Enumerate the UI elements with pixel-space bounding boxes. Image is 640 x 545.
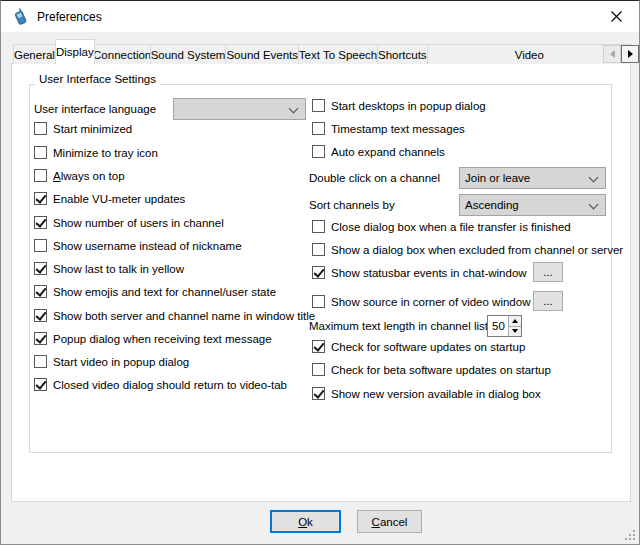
spin-up-button[interactable] [509,316,521,327]
preferences-dialog: Preferences General Display Connection S… [0,0,640,545]
checkbox-box[interactable] [34,355,47,368]
arrow-down-icon [512,329,518,333]
checkbox-statusbar-events[interactable]: Show statusbar events in chat-window [312,265,527,280]
close-button[interactable] [594,1,639,31]
tab-sound-events[interactable]: Sound Events [225,44,299,64]
checkbox-desktops-popup[interactable]: Start desktops in popup dialog [312,98,486,113]
checkbox-box[interactable] [34,122,47,135]
groupbox-title: User Interface Settings [35,73,160,85]
tab-shortcuts[interactable]: Shortcuts [377,44,428,64]
ok-button[interactable]: Ok [270,510,341,533]
checkbox-box[interactable] [312,295,325,308]
tab-video[interactable]: Video [427,44,631,64]
checkbox-label: Popup dialog when receiving text message [53,333,272,345]
checkbox-check-updates[interactable]: Check for software updates on startup [312,339,525,354]
checkbox-always-on-top[interactable]: Always on top [34,168,125,183]
tab-general[interactable]: General [13,44,56,64]
checkbox-box[interactable] [34,216,47,229]
max-text-length-spinbox[interactable]: 50 [487,315,522,337]
checkbox-show-username[interactable]: Show username instead of nickname [34,238,242,253]
arrow-left-icon [610,50,615,58]
checkbox-label: Show username instead of nickname [53,240,242,252]
checkbox-box[interactable] [312,122,325,135]
checkbox-label: Show last to talk in yellow [53,263,184,275]
checkbox-box[interactable] [34,332,47,345]
checkbox-box[interactable] [312,99,325,112]
checkbox-label: Timestamp text messages [331,123,465,135]
language-combobox[interactable] [173,98,306,120]
tab-label: Shortcuts [378,49,427,61]
checkbox-label: Always on top [53,170,125,182]
statusbar-events-options-button[interactable]: ... [533,262,563,282]
checkbox-video-source-corner[interactable]: Show source in corner of video window [312,294,530,309]
checkbox-show-user-count[interactable]: Show number of users in channel [34,215,224,230]
checkbox-close-on-transfer[interactable]: Close dialog box when a file transfer is… [312,219,571,234]
checkbox-video-popup[interactable]: Start video in popup dialog [34,354,189,369]
cancel-button-label: Cancel [372,516,408,528]
language-label: User interface language [34,102,156,117]
tab-display[interactable]: Display [55,39,95,64]
checkbox-vu-meter-updates[interactable]: Enable VU-meter updates [34,191,185,206]
checkbox-box[interactable] [312,387,325,400]
checkbox-label: Start minimized [53,123,132,135]
checkbox-check-beta-updates[interactable]: Check for beta software updates on start… [312,362,551,377]
checkbox-box[interactable] [312,145,325,158]
checkbox-label: Close dialog box when a file transfer is… [331,221,571,233]
tab-connection[interactable]: Connection [94,44,151,64]
checkbox-show-emojis[interactable]: Show emojis and text for channel/user st… [34,284,276,299]
tab-label: Video [515,49,544,61]
checkbox-label: Show a dialog box when excluded from cha… [331,244,623,256]
checkbox-timestamp-messages[interactable]: Timestamp text messages [312,121,465,136]
tab-label: General [14,49,55,61]
tab-scroll-right-button[interactable] [621,45,639,63]
window-title: Preferences [37,10,102,24]
checkbox-box[interactable] [312,266,325,279]
tab-label: Connection [93,49,151,61]
checkbox-box[interactable] [312,340,325,353]
checkbox-box[interactable] [34,378,47,391]
cancel-button[interactable]: Cancel [357,510,422,533]
spinbox-value[interactable]: 50 [488,316,508,336]
titlebar[interactable]: Preferences [1,1,639,32]
checkbox-box[interactable] [34,146,47,159]
sort-channels-label: Sort channels by [309,198,395,213]
checkbox-label: Show new version available in dialog box [331,388,541,400]
checkbox-popup-text-message[interactable]: Popup dialog when receiving text message [34,331,272,346]
checkbox-label: Start video in popup dialog [53,356,189,368]
tab-label: Text To Speech [299,49,377,61]
checkbox-box[interactable] [34,262,47,275]
double-click-combobox[interactable]: Join or leave [459,167,606,189]
checkbox-box[interactable] [34,309,47,322]
checkbox-label: Enable VU-meter updates [53,193,185,205]
checkbox-box[interactable] [312,243,325,256]
checkbox-start-minimized[interactable]: Start minimized [34,121,132,136]
spin-down-button[interactable] [509,327,521,337]
checkbox-box[interactable] [34,192,47,205]
checkbox-last-to-talk[interactable]: Show last to talk in yellow [34,261,184,276]
checkbox-closed-video-return[interactable]: Closed video dialog should return to vid… [34,377,287,392]
arrow-right-icon [628,50,633,58]
tab-text-to-speech[interactable]: Text To Speech [298,44,378,64]
max-text-length-label: Maximum text length in channel list [309,319,488,334]
checkbox-box[interactable] [34,285,47,298]
checkbox-auto-expand[interactable]: Auto expand channels [312,144,445,159]
tab-scroll-left-button[interactable] [603,45,621,63]
checkbox-box[interactable] [312,363,325,376]
checkbox-box[interactable] [34,169,47,182]
video-source-options-button[interactable]: ... [533,291,563,311]
checkbox-minimize-to-tray[interactable]: Minimize to tray icon [34,145,158,160]
checkbox-server-channel-title[interactable]: Show both server and channel name in win… [34,308,315,323]
spinbox-buttons [508,316,521,336]
checkbox-label: Show source in corner of video window [331,296,530,308]
close-icon [611,11,622,22]
checkbox-label: Minimize to tray icon [53,147,158,159]
sort-channels-combobox[interactable]: Ascending [459,194,606,216]
tab-label: Sound System [151,49,226,61]
tab-sound-system[interactable]: Sound System [150,44,227,64]
checkbox-box[interactable] [312,220,325,233]
resize-grip[interactable] [623,528,635,540]
checkbox-new-version-dialog[interactable]: Show new version available in dialog box [312,386,541,401]
checkbox-box[interactable] [34,239,47,252]
checkbox-excluded-dialog[interactable]: Show a dialog box when excluded from cha… [312,242,623,257]
tab-bar: General Display Connection Sound System … [11,39,631,64]
